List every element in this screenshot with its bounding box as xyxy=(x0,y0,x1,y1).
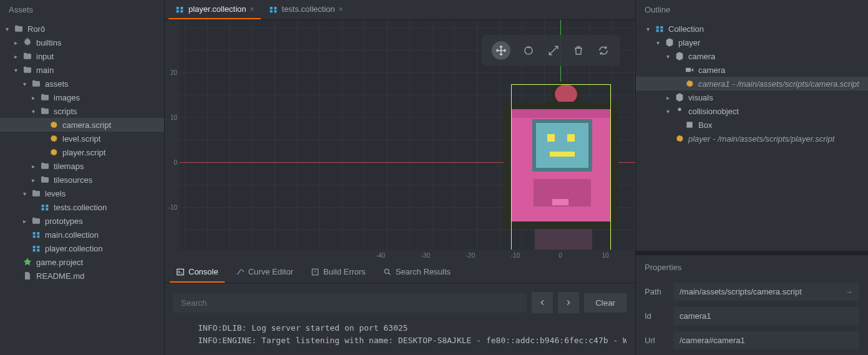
chevron-icon[interactable]: ▾ xyxy=(21,80,27,87)
tree-row[interactable]: ▾camera xyxy=(636,49,868,63)
tab-label: Search Results xyxy=(396,267,451,276)
folder-icon xyxy=(40,92,50,102)
chevron-icon[interactable]: ▾ xyxy=(665,108,671,115)
tree-label: player - /main/assets/scripts/player.scr… xyxy=(688,134,834,143)
chevron-icon[interactable]: ▾ xyxy=(12,67,19,74)
property-id-value[interactable]: camera1 xyxy=(673,307,859,325)
tree-label: prototypes xyxy=(45,216,83,226)
console-tab[interactable]: Curve Editor xyxy=(230,262,300,283)
tree-row[interactable]: ▾player xyxy=(636,36,868,49)
chevron-icon[interactable]: ▸ xyxy=(12,39,19,46)
tree-label: builtins xyxy=(36,38,61,47)
tree-row[interactable]: ▸builtins xyxy=(0,36,164,49)
tree-row[interactable]: camera.script xyxy=(0,118,164,132)
tree-row[interactable]: ▸visuals xyxy=(636,90,868,104)
editor-tab[interactable]: tests.collection× xyxy=(262,1,349,19)
tree-row[interactable]: README.md xyxy=(0,269,164,283)
collection-icon xyxy=(175,4,185,14)
tree-row[interactable]: ▾levels xyxy=(0,187,164,200)
tree-row[interactable]: ▾collisionobject xyxy=(636,104,868,118)
folder-icon xyxy=(31,216,41,226)
chevron-icon[interactable]: ▸ xyxy=(30,163,36,170)
tree-row[interactable]: camera xyxy=(636,63,868,77)
scene-viewport[interactable]: 20100-10-20 -40-30-20-10010203040 xyxy=(165,20,635,262)
tree-row[interactable]: ▾Rorô xyxy=(0,22,164,36)
ruler-tick: -10 xyxy=(168,204,177,211)
collection-icon xyxy=(268,4,278,14)
tree-row[interactable]: ▸input xyxy=(0,49,164,63)
tree-label: player.collection xyxy=(45,244,103,253)
tree-row[interactable]: ▾assets xyxy=(0,77,164,90)
tree-label: input xyxy=(36,52,54,61)
curve-icon xyxy=(236,268,245,276)
tree-row[interactable]: ▸tilemaps xyxy=(0,159,164,173)
tree-row[interactable]: tests.collection xyxy=(0,200,164,214)
tree-label: README.md xyxy=(36,271,84,281)
rotate-tool[interactable] xyxy=(522,44,535,57)
cube-icon xyxy=(675,92,685,102)
console-tab[interactable]: Search Results xyxy=(377,262,457,283)
chevron-icon[interactable]: ▸ xyxy=(665,94,671,101)
tree-label: camera1 - /main/assets/scripts/camera.sc… xyxy=(698,79,859,89)
chevron-icon[interactable]: ▾ xyxy=(21,190,27,197)
svg-point-3 xyxy=(384,269,389,273)
ruler-tick: -30 xyxy=(421,252,430,259)
cube-icon xyxy=(675,51,685,61)
tree-label: level.script xyxy=(62,134,100,143)
properties-title: Properties xyxy=(636,255,868,277)
tree-row[interactable]: ▸prototypes xyxy=(0,214,164,228)
chevron-icon[interactable]: ▾ xyxy=(30,108,36,115)
viewport-toolbar xyxy=(482,35,620,66)
folder-icon xyxy=(40,106,50,116)
tab-label: player.collection xyxy=(188,4,246,14)
console-clear-button[interactable]: Clear xyxy=(584,293,627,313)
console-search-input[interactable] xyxy=(173,293,527,313)
chevron-icon[interactable]: ▾ xyxy=(645,26,651,32)
chevron-icon[interactable]: ▾ xyxy=(665,53,671,60)
chevron-icon[interactable]: ▸ xyxy=(12,53,19,60)
tree-row[interactable]: ▸images xyxy=(0,90,164,104)
tree-row[interactable]: camera1 - /main/assets/scripts/camera.sc… xyxy=(636,77,868,90)
editor-tab[interactable]: player.collection× xyxy=(168,1,261,19)
tab-label: Build Errors xyxy=(323,267,366,276)
tree-row[interactable]: player - /main/assets/scripts/player.scr… xyxy=(636,132,868,145)
outline-tree: ▾Collection▾player▾cameracameracamera1 -… xyxy=(636,19,868,251)
tree-label: Collection xyxy=(668,24,704,34)
svg-point-4 xyxy=(678,108,681,111)
console-tab[interactable]: Build Errors xyxy=(305,262,372,283)
refresh-tool[interactable] xyxy=(597,44,610,57)
console-prev-button[interactable] xyxy=(532,292,553,313)
move-tool[interactable] xyxy=(492,41,510,60)
delete-tool[interactable] xyxy=(572,44,585,57)
tree-label: player.script xyxy=(62,148,105,157)
scale-tool[interactable] xyxy=(547,44,560,57)
tree-row[interactable]: player.collection xyxy=(0,241,164,255)
tree-row[interactable]: ▸tilesources xyxy=(0,173,164,187)
chevron-icon[interactable]: ▾ xyxy=(4,26,10,32)
console-next-button[interactable] xyxy=(558,292,579,313)
tree-label: assets xyxy=(45,79,69,89)
svg-rect-5 xyxy=(686,122,692,127)
chevron-icon[interactable]: ▾ xyxy=(655,39,661,46)
gear-icon xyxy=(49,120,59,130)
gear-icon xyxy=(685,79,695,89)
tree-row[interactable]: ▾Collection xyxy=(636,22,868,36)
tree-row[interactable]: level.script xyxy=(0,132,164,145)
tree-row[interactable]: game.project xyxy=(0,255,164,269)
console-tab[interactable]: Console xyxy=(170,262,225,283)
terminal-icon xyxy=(176,268,185,276)
chevron-icon[interactable]: ▸ xyxy=(30,177,36,183)
camera-icon xyxy=(685,65,695,75)
tree-row[interactable]: player.script xyxy=(0,145,164,159)
assets-title: Assets xyxy=(0,0,164,19)
chevron-icon[interactable]: ▸ xyxy=(21,218,27,225)
property-path-value[interactable]: /main/assets/scripts/camera.script→ xyxy=(673,283,859,301)
property-url-value[interactable]: /camera#camera1 xyxy=(673,331,859,349)
tree-row[interactable]: ▾scripts xyxy=(0,104,164,118)
tree-row[interactable]: Box xyxy=(636,118,868,132)
close-icon[interactable]: × xyxy=(250,5,255,14)
tree-row[interactable]: ▾main xyxy=(0,63,164,77)
close-icon[interactable]: × xyxy=(339,5,343,14)
chevron-icon[interactable]: ▸ xyxy=(30,94,36,101)
tree-row[interactable]: main.collection xyxy=(0,228,164,241)
